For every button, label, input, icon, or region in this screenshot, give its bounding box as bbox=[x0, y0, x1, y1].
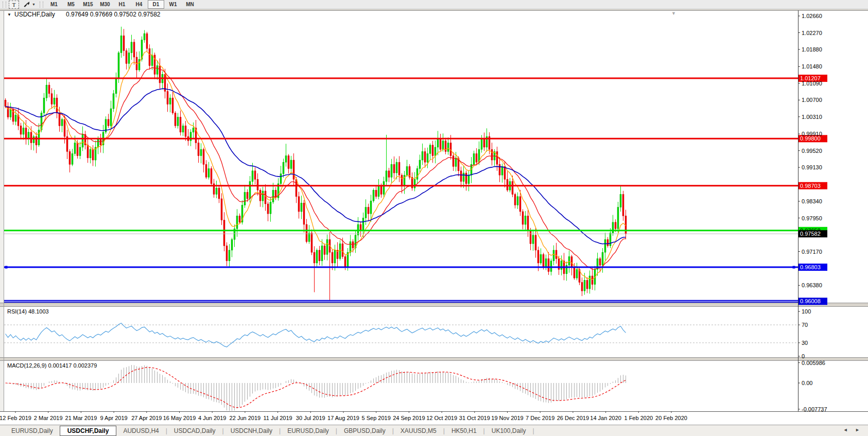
tab-scroll-right-button[interactable]: ► bbox=[855, 427, 863, 432]
price-tick-label: 0.96380 bbox=[802, 282, 822, 288]
rsi-label: RSI(14) 48.1003 bbox=[7, 308, 49, 315]
macd-label: MACD(12,26,9) 0.001417 0.002379 bbox=[7, 362, 97, 369]
macd-tick-label: 0.005986 bbox=[802, 360, 825, 366]
date-tick-label: 24 Sep 2019 bbox=[393, 415, 425, 421]
chart-tab-eurusd-daily[interactable]: EURUSD,Daily bbox=[281, 426, 335, 435]
date-tick-label: 14 Jan 2020 bbox=[590, 415, 621, 421]
toolbar-grip[interactable] bbox=[40, 2, 43, 8]
timeframe-button-m1[interactable]: M1 bbox=[46, 0, 62, 9]
timeframe-button-w1[interactable]: W1 bbox=[165, 0, 181, 9]
date-tick-label: 4 Jun 2019 bbox=[198, 415, 226, 421]
date-tick-label: 31 Oct 2019 bbox=[459, 415, 490, 421]
macd-tick-label: -0.007737 bbox=[802, 406, 827, 412]
date-tick-label: 9 Apr 2019 bbox=[100, 415, 127, 421]
chart-shift-marker-icon[interactable]: ▼ bbox=[671, 11, 676, 16]
timeframe-button-h1[interactable]: H1 bbox=[114, 0, 130, 9]
chart-tab-hk50-h1[interactable]: HK50,H1 bbox=[445, 426, 483, 435]
chart-tab-eurusd-daily[interactable]: EURUSD,Daily bbox=[5, 426, 59, 435]
timeframe-bar: M1M5M15M30H1H4D1W1MN bbox=[46, 0, 198, 9]
tab-divider: | bbox=[222, 427, 224, 434]
price-tick-label: 0.99910 bbox=[802, 131, 822, 137]
price-tick-label: 1.01480 bbox=[802, 63, 822, 69]
tab-divider: | bbox=[279, 427, 281, 434]
swap-arrows-icon bbox=[23, 1, 31, 8]
date-tick-label: 5 Sep 2019 bbox=[362, 415, 391, 421]
timeframe-button-h4[interactable]: H4 bbox=[131, 0, 147, 9]
toolbar-grip[interactable] bbox=[3, 2, 6, 8]
timeframe-button-d1[interactable]: D1 bbox=[148, 0, 164, 9]
rsi-tick-label: 0 bbox=[802, 353, 805, 359]
date-tick-label: 16 May 2019 bbox=[163, 415, 196, 421]
svg-text:0.98703: 0.98703 bbox=[800, 183, 821, 189]
chart-title-symbol: USDCHF,Daily bbox=[14, 11, 55, 18]
timeframe-button-m30[interactable]: M30 bbox=[97, 0, 113, 9]
price-tick-label: 0.98340 bbox=[802, 198, 822, 204]
timeframe-button-m15[interactable]: M15 bbox=[80, 0, 96, 9]
top-toolbar: T ▼ M1M5M15M30H1H4D1W1MN bbox=[0, 0, 868, 9]
tab-divider: | bbox=[392, 427, 394, 434]
chart-tab-usdcnh-daily[interactable]: USDCNH,Daily bbox=[224, 426, 279, 435]
date-tick-label: 27 Apr 2019 bbox=[131, 415, 162, 421]
price-tick-label: 1.02660 bbox=[802, 13, 822, 19]
tab-scroll-left-button[interactable]: ◄ bbox=[843, 427, 851, 432]
chart-title-ohlc: 0.97649 0.97669 0.97502 0.97582 bbox=[66, 11, 161, 18]
date-tick-label: 22 Jun 2019 bbox=[230, 415, 261, 421]
date-tick-label: 12 Oct 2019 bbox=[426, 415, 457, 421]
rsi-tick-label: 70 bbox=[802, 322, 808, 328]
date-tick-label: 17 Aug 2019 bbox=[327, 415, 359, 421]
date-tick-label: 7 Dec 2019 bbox=[526, 415, 554, 421]
chart-tab-uk100-daily[interactable]: UK100,Daily bbox=[485, 426, 532, 435]
timeframe-button-m5[interactable]: M5 bbox=[63, 0, 79, 9]
date-tick-label: 20 Feb 2020 bbox=[655, 415, 687, 421]
chart-canvas[interactable]: ▼1.012070.998000.987030.976580.975820.96… bbox=[0, 9, 868, 425]
tab-divider: | bbox=[336, 427, 337, 434]
tab-divider: | bbox=[532, 427, 534, 434]
date-tick-label: 1 Feb 2020 bbox=[624, 415, 653, 421]
date-tick-label: 11 Jul 2019 bbox=[264, 415, 292, 421]
chart-tab-bar: EURUSD,DailyUSDCHF,DailyAUDUSD,H4|USDCAD… bbox=[0, 425, 868, 436]
text-tool-button[interactable]: T bbox=[9, 1, 19, 9]
chart-menu-caret-icon[interactable]: ▼ bbox=[7, 12, 11, 17]
price-tick-label: 1.00700 bbox=[802, 97, 822, 103]
rsi-tick-label: 100 bbox=[802, 308, 811, 315]
svg-text:0.96803: 0.96803 bbox=[800, 264, 821, 270]
price-tick-label: 0.97950 bbox=[802, 215, 822, 221]
chart-tab-xauusd-m5[interactable]: XAUUSD,M5 bbox=[394, 426, 443, 435]
date-tick-label: 30 Jul 2019 bbox=[296, 415, 325, 421]
svg-text:0.97582: 0.97582 bbox=[800, 231, 821, 237]
timeframe-button-mn[interactable]: MN bbox=[182, 0, 198, 9]
rsi-tick-label: 30 bbox=[802, 340, 808, 346]
price-tick-label: 0.97170 bbox=[802, 249, 822, 255]
price-tick-label: 1.01090 bbox=[802, 80, 822, 86]
svg-text:0.96008: 0.96008 bbox=[800, 298, 821, 304]
chart-tab-audusd-h4[interactable]: AUDUSD,H4 bbox=[117, 426, 165, 435]
price-tick-label: 1.00310 bbox=[802, 114, 822, 120]
autotrade-arrows-button[interactable]: ▼ bbox=[22, 0, 37, 9]
tab-divider: | bbox=[166, 427, 167, 434]
price-tick-label: 1.02270 bbox=[802, 30, 822, 36]
date-tick-label: 2 Mar 2019 bbox=[34, 415, 63, 421]
price-tick-label: 0.99130 bbox=[802, 164, 822, 170]
date-tick-label: 19 Nov 2019 bbox=[491, 415, 523, 421]
macd-tick-label: 0.00 bbox=[802, 380, 812, 386]
date-tick-label: 12 Feb 2019 bbox=[0, 415, 31, 421]
tab-divider: | bbox=[443, 427, 445, 434]
tab-divider: | bbox=[483, 427, 485, 434]
dropdown-caret-icon: ▼ bbox=[32, 3, 36, 6]
price-tick-label: 0.99520 bbox=[802, 148, 822, 154]
price-tick-label: 1.01880 bbox=[802, 46, 822, 53]
date-tick-label: 26 Dec 2019 bbox=[557, 415, 589, 421]
chart-tab-usdcad-daily[interactable]: USDCAD,Daily bbox=[168, 426, 222, 435]
chart-tab-gbpusd-daily[interactable]: GBPUSD,Daily bbox=[338, 426, 392, 435]
chart-tab-usdchf-daily[interactable]: USDCHF,Daily bbox=[60, 426, 117, 436]
date-tick-label: 21 Mar 2019 bbox=[65, 415, 97, 421]
